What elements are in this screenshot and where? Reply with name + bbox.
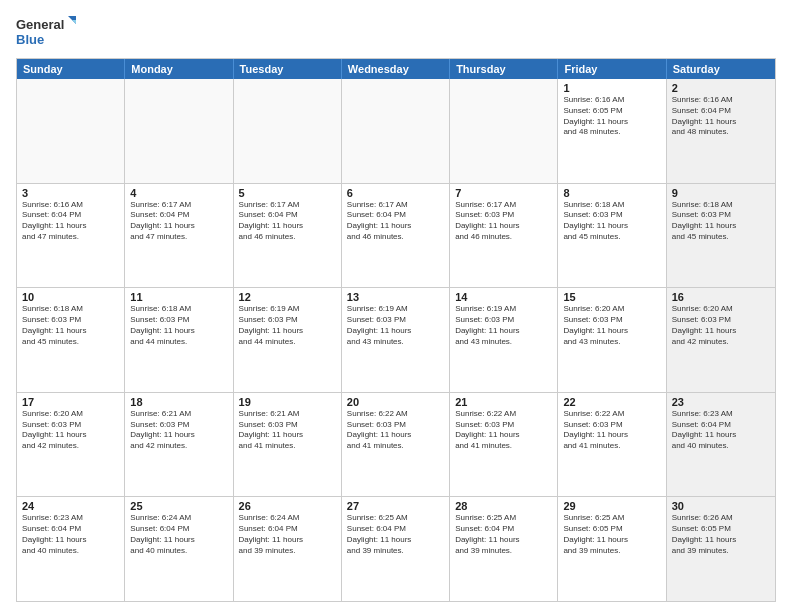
calendar-cell: 4Sunrise: 6:17 AM Sunset: 6:04 PM Daylig… <box>125 184 233 288</box>
calendar-cell: 28Sunrise: 6:25 AM Sunset: 6:04 PM Dayli… <box>450 497 558 601</box>
day-number: 16 <box>672 291 770 303</box>
day-number: 15 <box>563 291 660 303</box>
calendar-header: SundayMondayTuesdayWednesdayThursdayFrid… <box>17 59 775 79</box>
calendar-week: 3Sunrise: 6:16 AM Sunset: 6:04 PM Daylig… <box>17 184 775 289</box>
day-info: Sunrise: 6:22 AM Sunset: 6:03 PM Dayligh… <box>455 409 552 452</box>
day-number: 13 <box>347 291 444 303</box>
day-number: 6 <box>347 187 444 199</box>
calendar-header-cell: Monday <box>125 59 233 79</box>
calendar-header-cell: Sunday <box>17 59 125 79</box>
calendar-cell: 14Sunrise: 6:19 AM Sunset: 6:03 PM Dayli… <box>450 288 558 392</box>
calendar-cell: 21Sunrise: 6:22 AM Sunset: 6:03 PM Dayli… <box>450 393 558 497</box>
calendar-week: 24Sunrise: 6:23 AM Sunset: 6:04 PM Dayli… <box>17 497 775 601</box>
calendar-cell: 23Sunrise: 6:23 AM Sunset: 6:04 PM Dayli… <box>667 393 775 497</box>
day-info: Sunrise: 6:22 AM Sunset: 6:03 PM Dayligh… <box>347 409 444 452</box>
day-info: Sunrise: 6:19 AM Sunset: 6:03 PM Dayligh… <box>239 304 336 347</box>
calendar-cell: 27Sunrise: 6:25 AM Sunset: 6:04 PM Dayli… <box>342 497 450 601</box>
calendar-cell: 1Sunrise: 6:16 AM Sunset: 6:05 PM Daylig… <box>558 79 666 183</box>
day-info: Sunrise: 6:24 AM Sunset: 6:04 PM Dayligh… <box>130 513 227 556</box>
calendar-cell: 8Sunrise: 6:18 AM Sunset: 6:03 PM Daylig… <box>558 184 666 288</box>
day-info: Sunrise: 6:20 AM Sunset: 6:03 PM Dayligh… <box>563 304 660 347</box>
calendar-cell: 9Sunrise: 6:18 AM Sunset: 6:03 PM Daylig… <box>667 184 775 288</box>
calendar-cell <box>450 79 558 183</box>
day-number: 30 <box>672 500 770 512</box>
day-number: 18 <box>130 396 227 408</box>
day-number: 22 <box>563 396 660 408</box>
day-number: 8 <box>563 187 660 199</box>
calendar-week: 10Sunrise: 6:18 AM Sunset: 6:03 PM Dayli… <box>17 288 775 393</box>
day-number: 1 <box>563 82 660 94</box>
day-number: 17 <box>22 396 119 408</box>
day-info: Sunrise: 6:24 AM Sunset: 6:04 PM Dayligh… <box>239 513 336 556</box>
calendar-cell: 10Sunrise: 6:18 AM Sunset: 6:03 PM Dayli… <box>17 288 125 392</box>
day-info: Sunrise: 6:25 AM Sunset: 6:04 PM Dayligh… <box>347 513 444 556</box>
day-info: Sunrise: 6:17 AM Sunset: 6:03 PM Dayligh… <box>455 200 552 243</box>
page: General Blue SundayMondayTuesdayWednesda… <box>0 0 792 612</box>
day-number: 26 <box>239 500 336 512</box>
calendar-header-cell: Wednesday <box>342 59 450 79</box>
calendar-header-cell: Tuesday <box>234 59 342 79</box>
day-info: Sunrise: 6:26 AM Sunset: 6:05 PM Dayligh… <box>672 513 770 556</box>
day-info: Sunrise: 6:20 AM Sunset: 6:03 PM Dayligh… <box>22 409 119 452</box>
calendar-header-cell: Friday <box>558 59 666 79</box>
calendar-cell: 6Sunrise: 6:17 AM Sunset: 6:04 PM Daylig… <box>342 184 450 288</box>
calendar-cell: 11Sunrise: 6:18 AM Sunset: 6:03 PM Dayli… <box>125 288 233 392</box>
day-number: 2 <box>672 82 770 94</box>
calendar-cell: 3Sunrise: 6:16 AM Sunset: 6:04 PM Daylig… <box>17 184 125 288</box>
calendar-cell: 18Sunrise: 6:21 AM Sunset: 6:03 PM Dayli… <box>125 393 233 497</box>
day-info: Sunrise: 6:17 AM Sunset: 6:04 PM Dayligh… <box>347 200 444 243</box>
calendar: SundayMondayTuesdayWednesdayThursdayFrid… <box>16 58 776 602</box>
day-number: 11 <box>130 291 227 303</box>
calendar-header-cell: Saturday <box>667 59 775 79</box>
day-number: 3 <box>22 187 119 199</box>
day-number: 29 <box>563 500 660 512</box>
calendar-cell: 13Sunrise: 6:19 AM Sunset: 6:03 PM Dayli… <box>342 288 450 392</box>
day-number: 23 <box>672 396 770 408</box>
day-info: Sunrise: 6:18 AM Sunset: 6:03 PM Dayligh… <box>563 200 660 243</box>
header: General Blue <box>16 14 776 50</box>
svg-marker-3 <box>72 20 76 24</box>
calendar-cell: 30Sunrise: 6:26 AM Sunset: 6:05 PM Dayli… <box>667 497 775 601</box>
calendar-cell <box>342 79 450 183</box>
calendar-cell: 12Sunrise: 6:19 AM Sunset: 6:03 PM Dayli… <box>234 288 342 392</box>
day-number: 12 <box>239 291 336 303</box>
day-number: 25 <box>130 500 227 512</box>
day-info: Sunrise: 6:16 AM Sunset: 6:04 PM Dayligh… <box>672 95 770 138</box>
day-number: 28 <box>455 500 552 512</box>
calendar-cell: 16Sunrise: 6:20 AM Sunset: 6:03 PM Dayli… <box>667 288 775 392</box>
day-info: Sunrise: 6:23 AM Sunset: 6:04 PM Dayligh… <box>22 513 119 556</box>
day-info: Sunrise: 6:16 AM Sunset: 6:04 PM Dayligh… <box>22 200 119 243</box>
day-info: Sunrise: 6:18 AM Sunset: 6:03 PM Dayligh… <box>130 304 227 347</box>
day-number: 20 <box>347 396 444 408</box>
calendar-cell: 17Sunrise: 6:20 AM Sunset: 6:03 PM Dayli… <box>17 393 125 497</box>
calendar-cell: 24Sunrise: 6:23 AM Sunset: 6:04 PM Dayli… <box>17 497 125 601</box>
day-info: Sunrise: 6:22 AM Sunset: 6:03 PM Dayligh… <box>563 409 660 452</box>
day-number: 10 <box>22 291 119 303</box>
calendar-cell: 26Sunrise: 6:24 AM Sunset: 6:04 PM Dayli… <box>234 497 342 601</box>
day-number: 24 <box>22 500 119 512</box>
calendar-cell: 7Sunrise: 6:17 AM Sunset: 6:03 PM Daylig… <box>450 184 558 288</box>
day-info: Sunrise: 6:20 AM Sunset: 6:03 PM Dayligh… <box>672 304 770 347</box>
day-info: Sunrise: 6:18 AM Sunset: 6:03 PM Dayligh… <box>22 304 119 347</box>
calendar-cell: 19Sunrise: 6:21 AM Sunset: 6:03 PM Dayli… <box>234 393 342 497</box>
day-number: 19 <box>239 396 336 408</box>
calendar-cell <box>234 79 342 183</box>
calendar-cell: 25Sunrise: 6:24 AM Sunset: 6:04 PM Dayli… <box>125 497 233 601</box>
day-number: 21 <box>455 396 552 408</box>
calendar-body: 1Sunrise: 6:16 AM Sunset: 6:05 PM Daylig… <box>17 79 775 601</box>
day-info: Sunrise: 6:23 AM Sunset: 6:04 PM Dayligh… <box>672 409 770 452</box>
svg-text:Blue: Blue <box>16 32 44 47</box>
day-number: 14 <box>455 291 552 303</box>
day-info: Sunrise: 6:21 AM Sunset: 6:03 PM Dayligh… <box>130 409 227 452</box>
day-number: 7 <box>455 187 552 199</box>
day-info: Sunrise: 6:25 AM Sunset: 6:05 PM Dayligh… <box>563 513 660 556</box>
day-info: Sunrise: 6:19 AM Sunset: 6:03 PM Dayligh… <box>455 304 552 347</box>
calendar-cell <box>17 79 125 183</box>
calendar-cell <box>125 79 233 183</box>
calendar-cell: 5Sunrise: 6:17 AM Sunset: 6:04 PM Daylig… <box>234 184 342 288</box>
calendar-header-cell: Thursday <box>450 59 558 79</box>
day-info: Sunrise: 6:25 AM Sunset: 6:04 PM Dayligh… <box>455 513 552 556</box>
logo: General Blue <box>16 14 76 50</box>
day-info: Sunrise: 6:17 AM Sunset: 6:04 PM Dayligh… <box>239 200 336 243</box>
day-info: Sunrise: 6:21 AM Sunset: 6:03 PM Dayligh… <box>239 409 336 452</box>
